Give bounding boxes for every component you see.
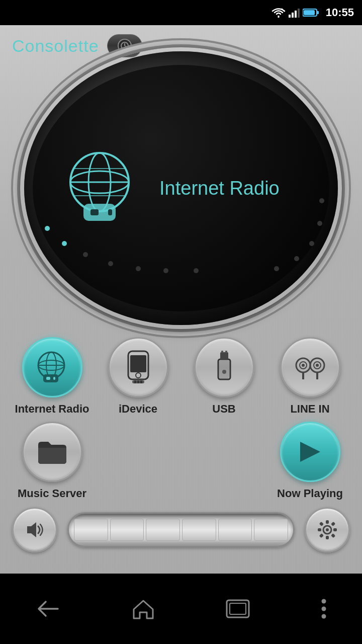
status-bar: 10:55 xyxy=(0,0,362,25)
svg-point-42 xyxy=(302,364,305,367)
dot-11 xyxy=(317,221,322,226)
svg-rect-37 xyxy=(221,351,223,353)
dot-12 xyxy=(319,198,324,203)
source-grid-row2: Music Server Now Playing xyxy=(12,422,350,500)
music-server-btn[interactable]: Music Server xyxy=(12,422,92,500)
dot-9 xyxy=(294,256,299,261)
svg-rect-59 xyxy=(319,533,324,538)
svg-point-39 xyxy=(222,370,226,374)
dot-1 xyxy=(45,226,50,231)
svg-rect-58 xyxy=(331,533,335,538)
svg-rect-54 xyxy=(318,528,321,531)
volume-slider[interactable] xyxy=(67,512,295,547)
recents-button[interactable] xyxy=(226,599,250,618)
back-button[interactable] xyxy=(36,599,61,619)
status-icons: 10:55 xyxy=(272,6,354,19)
svg-rect-26 xyxy=(53,377,55,380)
svg-rect-61 xyxy=(230,603,246,614)
svg-rect-28 xyxy=(130,355,146,372)
menu-button[interactable] xyxy=(321,598,327,619)
svg-rect-35 xyxy=(219,360,229,378)
svg-rect-25 xyxy=(46,377,50,380)
app-container: Consolette xyxy=(0,25,362,574)
slider-seg-1 xyxy=(74,519,108,541)
music-server-circle xyxy=(22,422,82,482)
bottom-section: Internet Radio xyxy=(0,329,362,500)
svg-rect-57 xyxy=(319,522,324,526)
svg-rect-24 xyxy=(43,374,58,382)
dial-inner: Internet Radio xyxy=(33,65,329,311)
usb-circle xyxy=(194,337,254,397)
svg-rect-55 xyxy=(333,528,337,531)
svg-rect-36 xyxy=(220,352,228,359)
battery-icon xyxy=(303,8,319,17)
internet-radio-btn[interactable]: Internet Radio xyxy=(12,337,92,416)
svg-rect-3 xyxy=(295,11,297,18)
dot-10 xyxy=(309,241,314,246)
idevice-btn[interactable]: iDevice xyxy=(98,337,178,416)
dial-dots xyxy=(33,65,329,311)
dial-outer[interactable]: Internet Radio xyxy=(20,47,342,329)
home-button[interactable] xyxy=(132,598,155,619)
now-playing-circle xyxy=(280,422,340,482)
svg-marker-49 xyxy=(27,522,36,537)
svg-point-62 xyxy=(321,599,326,604)
svg-rect-2 xyxy=(292,13,294,18)
slider-seg-3 xyxy=(146,519,180,541)
music-server-label: Music Server xyxy=(18,487,86,500)
svg-rect-52 xyxy=(326,520,329,524)
idevice-label: iDevice xyxy=(119,403,157,416)
wifi-icon xyxy=(272,8,286,18)
svg-rect-1 xyxy=(289,15,291,18)
status-time: 10:55 xyxy=(326,6,354,19)
svg-point-64 xyxy=(321,614,326,619)
idevice-circle xyxy=(108,337,168,397)
svg-rect-7 xyxy=(304,10,315,15)
dot-4 xyxy=(108,261,113,266)
line-in-btn[interactable]: LINE IN xyxy=(270,337,350,416)
empty-slot-2 xyxy=(184,422,264,500)
empty-slot-1 xyxy=(98,422,178,500)
svg-point-51 xyxy=(326,528,329,531)
now-playing-label: Now Playing xyxy=(277,487,343,500)
slider-seg-6 xyxy=(254,519,288,541)
svg-point-46 xyxy=(316,364,319,367)
svg-point-29 xyxy=(136,373,141,378)
svg-marker-48 xyxy=(300,442,320,462)
svg-rect-6 xyxy=(317,11,319,14)
line-in-label: LINE IN xyxy=(290,403,329,416)
slider-seg-5 xyxy=(218,519,252,541)
volume-button[interactable] xyxy=(12,507,57,552)
svg-point-63 xyxy=(321,607,326,611)
svg-rect-31 xyxy=(134,380,136,383)
svg-rect-38 xyxy=(225,351,227,353)
svg-rect-56 xyxy=(331,522,335,526)
line-in-circle xyxy=(280,337,340,397)
svg-rect-33 xyxy=(140,380,142,383)
controls-bar xyxy=(0,500,362,559)
internet-radio-circle xyxy=(22,337,82,397)
signal-icon xyxy=(289,8,300,18)
internet-radio-label: Internet Radio xyxy=(15,403,89,416)
svg-rect-32 xyxy=(137,380,139,383)
dot-7 xyxy=(194,268,199,273)
slider-seg-2 xyxy=(110,519,144,541)
slider-seg-4 xyxy=(182,519,216,541)
nav-bar xyxy=(0,574,362,644)
usb-btn[interactable]: USB xyxy=(184,337,264,416)
usb-label: USB xyxy=(212,403,235,416)
dot-5 xyxy=(136,266,141,271)
dot-6 xyxy=(163,268,168,273)
svg-rect-53 xyxy=(326,536,329,539)
dot-3 xyxy=(83,252,88,257)
dial-area: Internet Radio xyxy=(0,47,362,329)
settings-button[interactable] xyxy=(305,507,350,552)
svg-line-10 xyxy=(125,46,127,47)
dot-2 xyxy=(62,241,67,246)
source-grid-row1: Internet Radio xyxy=(12,337,350,416)
slider-segments xyxy=(74,519,288,541)
dot-8 xyxy=(274,266,279,271)
svg-rect-4 xyxy=(298,9,300,18)
now-playing-btn[interactable]: Now Playing xyxy=(270,422,350,500)
